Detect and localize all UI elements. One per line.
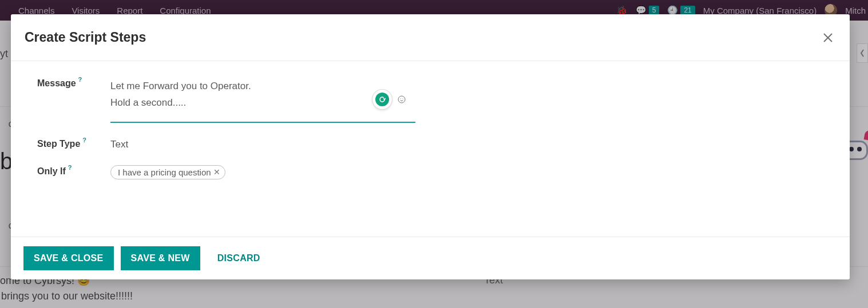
label-message-text: Message: [37, 78, 76, 89]
save-and-close-button[interactable]: SAVE & CLOSE: [23, 246, 114, 270]
label-only-if-text: Only If: [37, 166, 66, 177]
field-row-step-type: Step Type ? Text: [37, 138, 833, 150]
create-script-steps-dialog: Create Script Steps Message ? Let me For…: [11, 14, 850, 279]
message-field-wrapper: Let me Forward you to Operator. Hold a s…: [110, 77, 419, 123]
discard-button[interactable]: DISCARD: [207, 246, 271, 270]
label-step-type-text: Step Type: [37, 139, 80, 149]
step-type-field-wrapper: Text: [110, 138, 419, 150]
dialog-body: Message ? Let me Forward you to Operator…: [11, 61, 850, 237]
help-icon[interactable]: ?: [82, 137, 86, 143]
label-step-type: Step Type ?: [37, 138, 110, 149]
svg-point-4: [402, 98, 403, 99]
field-row-only-if: Only If ? I have a pricing question ✕: [37, 165, 833, 179]
help-icon[interactable]: ?: [78, 76, 82, 83]
help-icon[interactable]: ?: [68, 164, 72, 171]
field-row-message: Message ? Let me Forward you to Operator…: [37, 77, 833, 123]
close-icon: [822, 32, 834, 43]
label-only-if: Only If ?: [37, 165, 110, 177]
only-if-field-wrapper[interactable]: I have a pricing question ✕: [110, 165, 419, 179]
save-and-new-button[interactable]: SAVE & NEW: [121, 246, 200, 270]
grammarly-button[interactable]: [372, 90, 392, 109]
tag-remove-icon[interactable]: ✕: [213, 168, 220, 176]
dialog-title: Create Script Steps: [25, 30, 146, 45]
label-message: Message ?: [37, 77, 110, 89]
close-button[interactable]: [820, 30, 836, 46]
emoji-picker-button[interactable]: [397, 94, 407, 105]
message-input[interactable]: Let me Forward you to Operator. Hold a s…: [110, 77, 415, 123]
dialog-header: Create Script Steps: [11, 14, 850, 61]
svg-point-2: [398, 96, 405, 103]
grammarly-icon: [375, 93, 389, 106]
only-if-tag[interactable]: I have a pricing question ✕: [110, 165, 225, 179]
svg-point-3: [400, 98, 401, 99]
dialog-footer: SAVE & CLOSE SAVE & NEW DISCARD: [11, 237, 850, 279]
smiley-icon: [397, 95, 406, 104]
step-type-select[interactable]: Text: [110, 138, 419, 150]
only-if-tag-label: I have a pricing question: [118, 167, 211, 177]
